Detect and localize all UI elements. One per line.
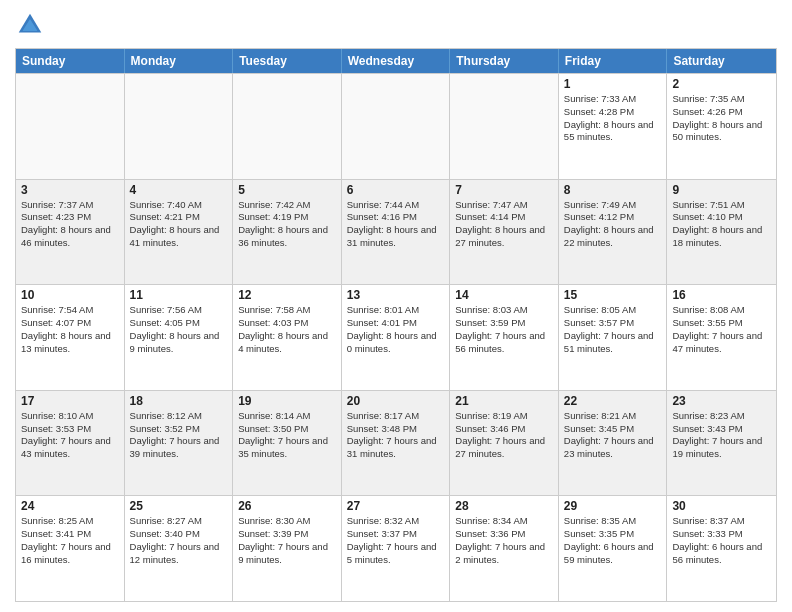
day-detail: Sunrise: 7:44 AM Sunset: 4:16 PM Dayligh… [347, 199, 445, 250]
day-cell-11: 11Sunrise: 7:56 AM Sunset: 4:05 PM Dayli… [125, 285, 234, 390]
day-number: 12 [238, 288, 336, 302]
empty-cell [342, 74, 451, 179]
day-detail: Sunrise: 8:34 AM Sunset: 3:36 PM Dayligh… [455, 515, 553, 566]
day-number: 28 [455, 499, 553, 513]
calendar: SundayMondayTuesdayWednesdayThursdayFrid… [15, 48, 777, 602]
day-detail: Sunrise: 8:14 AM Sunset: 3:50 PM Dayligh… [238, 410, 336, 461]
day-cell-16: 16Sunrise: 8:08 AM Sunset: 3:55 PM Dayli… [667, 285, 776, 390]
day-cell-17: 17Sunrise: 8:10 AM Sunset: 3:53 PM Dayli… [16, 391, 125, 496]
day-number: 16 [672, 288, 771, 302]
day-cell-27: 27Sunrise: 8:32 AM Sunset: 3:37 PM Dayli… [342, 496, 451, 601]
day-number: 10 [21, 288, 119, 302]
day-detail: Sunrise: 8:10 AM Sunset: 3:53 PM Dayligh… [21, 410, 119, 461]
day-detail: Sunrise: 7:47 AM Sunset: 4:14 PM Dayligh… [455, 199, 553, 250]
day-cell-30: 30Sunrise: 8:37 AM Sunset: 3:33 PM Dayli… [667, 496, 776, 601]
day-detail: Sunrise: 7:42 AM Sunset: 4:19 PM Dayligh… [238, 199, 336, 250]
day-number: 3 [21, 183, 119, 197]
day-cell-12: 12Sunrise: 7:58 AM Sunset: 4:03 PM Dayli… [233, 285, 342, 390]
empty-cell [125, 74, 234, 179]
day-number: 23 [672, 394, 771, 408]
day-number: 26 [238, 499, 336, 513]
day-number: 21 [455, 394, 553, 408]
day-number: 14 [455, 288, 553, 302]
day-detail: Sunrise: 7:37 AM Sunset: 4:23 PM Dayligh… [21, 199, 119, 250]
day-detail: Sunrise: 8:27 AM Sunset: 3:40 PM Dayligh… [130, 515, 228, 566]
page: SundayMondayTuesdayWednesdayThursdayFrid… [0, 0, 792, 612]
day-number: 11 [130, 288, 228, 302]
day-cell-9: 9Sunrise: 7:51 AM Sunset: 4:10 PM Daylig… [667, 180, 776, 285]
day-cell-1: 1Sunrise: 7:33 AM Sunset: 4:28 PM Daylig… [559, 74, 668, 179]
day-number: 22 [564, 394, 662, 408]
day-cell-28: 28Sunrise: 8:34 AM Sunset: 3:36 PM Dayli… [450, 496, 559, 601]
day-detail: Sunrise: 8:08 AM Sunset: 3:55 PM Dayligh… [672, 304, 771, 355]
day-cell-19: 19Sunrise: 8:14 AM Sunset: 3:50 PM Dayli… [233, 391, 342, 496]
empty-cell [233, 74, 342, 179]
day-detail: Sunrise: 7:40 AM Sunset: 4:21 PM Dayligh… [130, 199, 228, 250]
header-cell-tuesday: Tuesday [233, 49, 342, 73]
day-number: 1 [564, 77, 662, 91]
week-row-4: 24Sunrise: 8:25 AM Sunset: 3:41 PM Dayli… [16, 495, 776, 601]
day-detail: Sunrise: 8:21 AM Sunset: 3:45 PM Dayligh… [564, 410, 662, 461]
day-number: 15 [564, 288, 662, 302]
day-cell-15: 15Sunrise: 8:05 AM Sunset: 3:57 PM Dayli… [559, 285, 668, 390]
day-cell-5: 5Sunrise: 7:42 AM Sunset: 4:19 PM Daylig… [233, 180, 342, 285]
day-detail: Sunrise: 7:33 AM Sunset: 4:28 PM Dayligh… [564, 93, 662, 144]
day-detail: Sunrise: 8:03 AM Sunset: 3:59 PM Dayligh… [455, 304, 553, 355]
day-number: 4 [130, 183, 228, 197]
header [15, 10, 777, 40]
day-number: 19 [238, 394, 336, 408]
day-detail: Sunrise: 7:58 AM Sunset: 4:03 PM Dayligh… [238, 304, 336, 355]
day-detail: Sunrise: 8:37 AM Sunset: 3:33 PM Dayligh… [672, 515, 771, 566]
day-number: 7 [455, 183, 553, 197]
day-cell-24: 24Sunrise: 8:25 AM Sunset: 3:41 PM Dayli… [16, 496, 125, 601]
day-detail: Sunrise: 8:35 AM Sunset: 3:35 PM Dayligh… [564, 515, 662, 566]
header-cell-wednesday: Wednesday [342, 49, 451, 73]
day-number: 25 [130, 499, 228, 513]
day-detail: Sunrise: 7:35 AM Sunset: 4:26 PM Dayligh… [672, 93, 771, 144]
day-number: 6 [347, 183, 445, 197]
day-detail: Sunrise: 8:19 AM Sunset: 3:46 PM Dayligh… [455, 410, 553, 461]
day-detail: Sunrise: 8:12 AM Sunset: 3:52 PM Dayligh… [130, 410, 228, 461]
day-detail: Sunrise: 8:17 AM Sunset: 3:48 PM Dayligh… [347, 410, 445, 461]
empty-cell [450, 74, 559, 179]
day-number: 9 [672, 183, 771, 197]
logo-icon [15, 10, 45, 40]
day-detail: Sunrise: 7:54 AM Sunset: 4:07 PM Dayligh… [21, 304, 119, 355]
header-cell-sunday: Sunday [16, 49, 125, 73]
day-detail: Sunrise: 8:32 AM Sunset: 3:37 PM Dayligh… [347, 515, 445, 566]
day-cell-3: 3Sunrise: 7:37 AM Sunset: 4:23 PM Daylig… [16, 180, 125, 285]
day-cell-26: 26Sunrise: 8:30 AM Sunset: 3:39 PM Dayli… [233, 496, 342, 601]
header-cell-monday: Monday [125, 49, 234, 73]
day-number: 20 [347, 394, 445, 408]
header-cell-friday: Friday [559, 49, 668, 73]
day-number: 18 [130, 394, 228, 408]
day-number: 5 [238, 183, 336, 197]
calendar-header: SundayMondayTuesdayWednesdayThursdayFrid… [16, 49, 776, 73]
day-cell-10: 10Sunrise: 7:54 AM Sunset: 4:07 PM Dayli… [16, 285, 125, 390]
day-detail: Sunrise: 8:01 AM Sunset: 4:01 PM Dayligh… [347, 304, 445, 355]
day-cell-18: 18Sunrise: 8:12 AM Sunset: 3:52 PM Dayli… [125, 391, 234, 496]
day-cell-29: 29Sunrise: 8:35 AM Sunset: 3:35 PM Dayli… [559, 496, 668, 601]
day-number: 29 [564, 499, 662, 513]
day-cell-4: 4Sunrise: 7:40 AM Sunset: 4:21 PM Daylig… [125, 180, 234, 285]
day-detail: Sunrise: 8:05 AM Sunset: 3:57 PM Dayligh… [564, 304, 662, 355]
day-number: 17 [21, 394, 119, 408]
week-row-1: 3Sunrise: 7:37 AM Sunset: 4:23 PM Daylig… [16, 179, 776, 285]
day-cell-14: 14Sunrise: 8:03 AM Sunset: 3:59 PM Dayli… [450, 285, 559, 390]
day-cell-20: 20Sunrise: 8:17 AM Sunset: 3:48 PM Dayli… [342, 391, 451, 496]
day-number: 27 [347, 499, 445, 513]
day-detail: Sunrise: 8:25 AM Sunset: 3:41 PM Dayligh… [21, 515, 119, 566]
header-cell-saturday: Saturday [667, 49, 776, 73]
day-number: 13 [347, 288, 445, 302]
day-cell-13: 13Sunrise: 8:01 AM Sunset: 4:01 PM Dayli… [342, 285, 451, 390]
logo [15, 10, 49, 40]
day-detail: Sunrise: 7:56 AM Sunset: 4:05 PM Dayligh… [130, 304, 228, 355]
day-detail: Sunrise: 8:30 AM Sunset: 3:39 PM Dayligh… [238, 515, 336, 566]
week-row-0: 1Sunrise: 7:33 AM Sunset: 4:28 PM Daylig… [16, 73, 776, 179]
day-cell-23: 23Sunrise: 8:23 AM Sunset: 3:43 PM Dayli… [667, 391, 776, 496]
week-row-3: 17Sunrise: 8:10 AM Sunset: 3:53 PM Dayli… [16, 390, 776, 496]
week-row-2: 10Sunrise: 7:54 AM Sunset: 4:07 PM Dayli… [16, 284, 776, 390]
day-number: 8 [564, 183, 662, 197]
day-number: 24 [21, 499, 119, 513]
day-cell-2: 2Sunrise: 7:35 AM Sunset: 4:26 PM Daylig… [667, 74, 776, 179]
